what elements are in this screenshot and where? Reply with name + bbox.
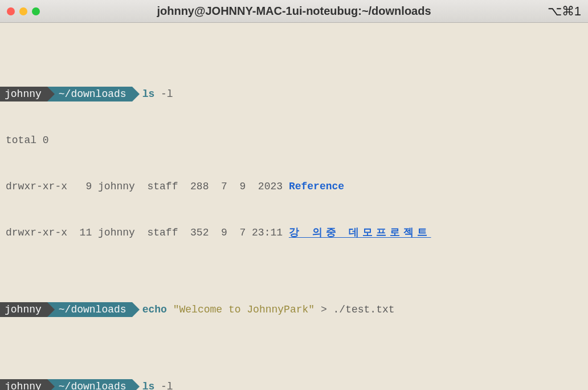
titlebar[interactable]: johnny@JOHNNY-MAC-1ui-noteubug:~/downloa…: [0, 0, 588, 23]
prompt-line: johnny~/downloadsls -l: [0, 379, 588, 390]
prompt-line: johnny~/downloadsecho "Welcome to Johnny…: [0, 302, 588, 318]
command-args: -l: [161, 88, 173, 100]
terminal-body[interactable]: johnny~/downloadsls -l total 0 drwxr-xr-…: [0, 23, 588, 390]
command: echo: [142, 304, 167, 315]
directory-name: Reference: [289, 181, 344, 192]
close-icon[interactable]: [7, 7, 15, 15]
minimize-icon[interactable]: [19, 7, 27, 15]
ls-row: drwxr-xr-x 11 johnny staff 352 9 7 23:11: [6, 227, 289, 238]
directory-name: 강 의중 데모프로젝트: [289, 227, 431, 238]
window-title: johnny@JOHNNY-MAC-1ui-noteubug:~/downloa…: [157, 5, 431, 18]
command: ls: [142, 88, 155, 100]
command-args: -l: [161, 381, 173, 390]
prompt-path: ~/downloads: [47, 87, 132, 101]
command-args: > ./test.txt: [315, 304, 394, 315]
prompt-line: johnny~/downloadsls -l: [0, 87, 588, 102]
prompt-path: ~/downloads: [47, 302, 132, 317]
shortcut-label: ⌥⌘1: [548, 4, 581, 19]
traffic-lights: [7, 7, 40, 15]
string-literal: "Welcome to JohnnyPark": [173, 304, 315, 315]
prompt-user: johnny: [0, 302, 47, 317]
ls-row: drwxr-xr-x 9 johnny staff 288 7 9 2023: [6, 181, 289, 192]
command: ls: [142, 381, 155, 390]
prompt-user: johnny: [0, 379, 47, 390]
output-line: total 0: [0, 133, 588, 148]
prompt-path: ~/downloads: [47, 379, 132, 390]
maximize-icon[interactable]: [32, 7, 40, 15]
output-line: drwxr-xr-x 11 johnny staff 352 9 7 23:11…: [0, 225, 588, 241]
output-line: drwxr-xr-x 9 johnny staff 288 7 9 2023 R…: [0, 179, 588, 194]
prompt-user: johnny: [0, 87, 47, 101]
